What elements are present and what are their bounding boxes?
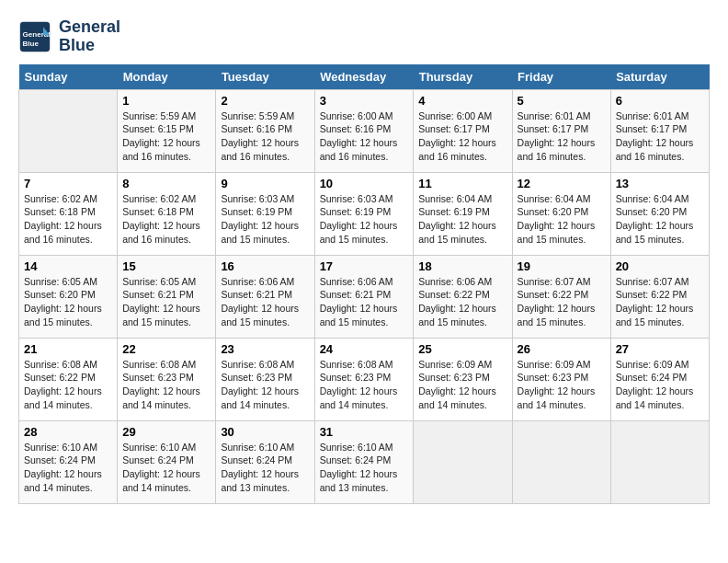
day-info: Sunrise: 6:04 AMSunset: 6:19 PMDaylight:…	[418, 192, 506, 247]
calendar-cell: 25Sunrise: 6:09 AMSunset: 6:23 PMDayligh…	[414, 338, 512, 420]
day-info: Sunrise: 6:10 AMSunset: 6:24 PMDaylight:…	[24, 441, 112, 495]
day-number: 8	[122, 177, 210, 190]
week-row-3: 14Sunrise: 6:05 AMSunset: 6:20 PMDayligh…	[19, 255, 710, 338]
day-info: Sunrise: 6:04 AMSunset: 6:20 PMDaylight:…	[518, 192, 606, 247]
calendar-cell: 28Sunrise: 6:10 AMSunset: 6:24 PMDayligh…	[19, 420, 118, 503]
logo-text-line1: General	[59, 18, 120, 37]
day-info: Sunrise: 6:05 AMSunset: 6:21 PMDaylight:…	[122, 275, 210, 329]
day-number: 22	[122, 342, 210, 356]
day-info: Sunrise: 6:03 AMSunset: 6:19 PMDaylight:…	[221, 192, 309, 247]
day-number: 31	[320, 425, 409, 439]
calendar-cell: 8Sunrise: 6:02 AMSunset: 6:18 PMDaylight…	[118, 172, 216, 255]
day-number: 9	[221, 177, 309, 190]
day-info: Sunrise: 6:05 AMSunset: 6:20 PMDaylight:…	[24, 275, 112, 329]
calendar-table: SundayMondayTuesdayWednesdayThursdayFrid…	[18, 64, 710, 504]
calendar-cell: 23Sunrise: 6:08 AMSunset: 6:23 PMDayligh…	[216, 338, 314, 420]
day-info: Sunrise: 6:02 AMSunset: 6:18 PMDaylight:…	[122, 192, 210, 247]
calendar-cell: 16Sunrise: 6:06 AMSunset: 6:21 PMDayligh…	[216, 255, 314, 338]
day-number: 25	[418, 342, 506, 356]
day-number: 10	[320, 177, 409, 190]
column-header-monday: Monday	[118, 64, 216, 90]
day-number: 7	[24, 177, 112, 190]
logo-icon: General Blue	[18, 20, 51, 53]
calendar-cell	[512, 420, 610, 503]
week-row-5: 28Sunrise: 6:10 AMSunset: 6:24 PMDayligh…	[19, 420, 710, 503]
calendar-cell: 6Sunrise: 6:01 AMSunset: 6:17 PMDaylight…	[610, 89, 709, 172]
svg-text:Blue: Blue	[23, 40, 40, 48]
calendar-cell: 14Sunrise: 6:05 AMSunset: 6:20 PMDayligh…	[19, 255, 118, 338]
calendar-cell: 19Sunrise: 6:07 AMSunset: 6:22 PMDayligh…	[512, 255, 610, 338]
logo-text-line2: Blue	[59, 37, 120, 55]
day-number: 20	[616, 259, 704, 273]
day-number: 12	[518, 177, 606, 190]
calendar-cell: 5Sunrise: 6:01 AMSunset: 6:17 PMDaylight…	[512, 89, 610, 172]
day-number: 29	[122, 425, 210, 439]
calendar-cell: 26Sunrise: 6:09 AMSunset: 6:23 PMDayligh…	[512, 338, 610, 420]
day-number: 4	[418, 94, 506, 108]
day-number: 3	[320, 94, 409, 108]
day-info: Sunrise: 6:10 AMSunset: 6:24 PMDaylight:…	[221, 441, 309, 495]
calendar-cell: 30Sunrise: 6:10 AMSunset: 6:24 PMDayligh…	[216, 420, 314, 503]
day-number: 27	[616, 342, 704, 356]
calendar-cell: 4Sunrise: 6:00 AMSunset: 6:17 PMDaylight…	[414, 89, 512, 172]
day-info: Sunrise: 6:08 AMSunset: 6:23 PMDaylight:…	[122, 358, 210, 412]
day-number: 21	[24, 342, 112, 356]
calendar-cell: 1Sunrise: 5:59 AMSunset: 6:15 PMDaylight…	[118, 89, 216, 172]
day-number: 5	[518, 94, 606, 108]
calendar-cell: 7Sunrise: 6:02 AMSunset: 6:18 PMDaylight…	[19, 172, 118, 255]
day-number: 28	[24, 425, 112, 439]
calendar-cell: 13Sunrise: 6:04 AMSunset: 6:20 PMDayligh…	[610, 172, 709, 255]
calendar-cell: 31Sunrise: 6:10 AMSunset: 6:24 PMDayligh…	[314, 420, 414, 503]
day-info: Sunrise: 5:59 AMSunset: 6:15 PMDaylight:…	[122, 109, 210, 164]
calendar-cell: 2Sunrise: 5:59 AMSunset: 6:16 PMDaylight…	[216, 89, 314, 172]
day-number: 24	[320, 342, 409, 356]
calendar-cell: 12Sunrise: 6:04 AMSunset: 6:20 PMDayligh…	[512, 172, 610, 255]
day-number: 11	[418, 177, 506, 190]
calendar-cell	[414, 420, 512, 503]
day-number: 17	[320, 259, 409, 273]
week-row-2: 7Sunrise: 6:02 AMSunset: 6:18 PMDaylight…	[19, 172, 710, 255]
day-number: 30	[221, 425, 309, 439]
day-info: Sunrise: 6:06 AMSunset: 6:21 PMDaylight:…	[320, 275, 409, 329]
column-header-thursday: Thursday	[414, 64, 512, 90]
day-info: Sunrise: 6:09 AMSunset: 6:24 PMDaylight:…	[616, 358, 704, 412]
day-number: 6	[616, 94, 704, 108]
day-number: 26	[518, 342, 606, 356]
column-header-sunday: Sunday	[19, 64, 118, 90]
column-header-wednesday: Wednesday	[314, 64, 414, 90]
calendar-cell: 3Sunrise: 6:00 AMSunset: 6:16 PMDaylight…	[314, 89, 414, 172]
column-header-tuesday: Tuesday	[216, 64, 314, 90]
calendar-cell	[19, 89, 118, 172]
day-info: Sunrise: 6:03 AMSunset: 6:19 PMDaylight:…	[320, 192, 409, 247]
column-header-saturday: Saturday	[610, 64, 709, 90]
calendar-cell: 18Sunrise: 6:06 AMSunset: 6:22 PMDayligh…	[414, 255, 512, 338]
week-row-1: 1Sunrise: 5:59 AMSunset: 6:15 PMDaylight…	[19, 89, 710, 172]
day-number: 13	[616, 177, 704, 190]
calendar-cell: 29Sunrise: 6:10 AMSunset: 6:24 PMDayligh…	[118, 420, 216, 503]
day-number: 15	[122, 259, 210, 273]
day-info: Sunrise: 6:07 AMSunset: 6:22 PMDaylight:…	[616, 275, 704, 329]
calendar-cell: 24Sunrise: 6:08 AMSunset: 6:23 PMDayligh…	[314, 338, 414, 420]
calendar-cell: 22Sunrise: 6:08 AMSunset: 6:23 PMDayligh…	[118, 338, 216, 420]
calendar-cell	[610, 420, 709, 503]
day-number: 16	[221, 259, 309, 273]
column-header-friday: Friday	[512, 64, 610, 90]
day-info: Sunrise: 6:08 AMSunset: 6:23 PMDaylight:…	[320, 358, 409, 412]
day-number: 1	[122, 94, 210, 108]
calendar-cell: 15Sunrise: 6:05 AMSunset: 6:21 PMDayligh…	[118, 255, 216, 338]
day-info: Sunrise: 6:09 AMSunset: 6:23 PMDaylight:…	[418, 358, 506, 412]
calendar-cell: 10Sunrise: 6:03 AMSunset: 6:19 PMDayligh…	[314, 172, 414, 255]
day-info: Sunrise: 6:06 AMSunset: 6:22 PMDaylight:…	[418, 275, 506, 329]
day-info: Sunrise: 6:09 AMSunset: 6:23 PMDaylight:…	[518, 358, 606, 412]
day-info: Sunrise: 6:02 AMSunset: 6:18 PMDaylight:…	[24, 192, 112, 247]
day-info: Sunrise: 6:01 AMSunset: 6:17 PMDaylight:…	[616, 109, 704, 164]
day-number: 18	[418, 259, 506, 273]
calendar-cell: 27Sunrise: 6:09 AMSunset: 6:24 PMDayligh…	[610, 338, 709, 420]
page-header: General Blue General Blue	[18, 18, 710, 55]
day-info: Sunrise: 6:08 AMSunset: 6:22 PMDaylight:…	[24, 358, 112, 412]
day-number: 23	[221, 342, 309, 356]
day-info: Sunrise: 6:01 AMSunset: 6:17 PMDaylight:…	[518, 109, 606, 164]
calendar-cell: 9Sunrise: 6:03 AMSunset: 6:19 PMDaylight…	[216, 172, 314, 255]
day-info: Sunrise: 6:10 AMSunset: 6:24 PMDaylight:…	[320, 441, 409, 495]
day-info: Sunrise: 6:08 AMSunset: 6:23 PMDaylight:…	[221, 358, 309, 412]
